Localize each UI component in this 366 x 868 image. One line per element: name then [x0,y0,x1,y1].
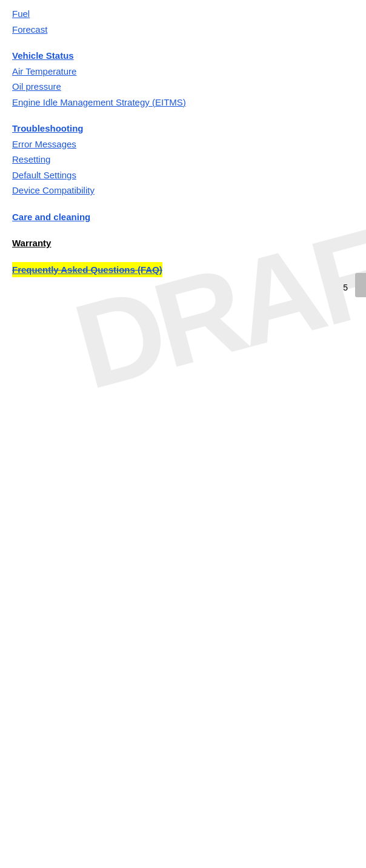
scroll-indicator[interactable] [355,273,366,297]
oil-pressure-link[interactable]: Oil pressure [12,79,348,95]
faq-link[interactable]: Frequently Asked Questions (FAQ) [12,262,162,278]
forecast-link[interactable]: Forecast [12,22,348,38]
fuel-link[interactable]: Fuel [12,6,348,22]
troubleshooting-heading-link[interactable]: Troubleshooting [12,121,348,136]
engine-idle-link[interactable]: Engine Idle Management Strategy (EITMS) [12,95,348,110]
error-messages-link[interactable]: Error Messages [12,136,348,152]
page-number: 5 [343,283,348,292]
air-temperature-link[interactable]: Air Temperature [12,64,348,79]
resetting-link[interactable]: Resetting [12,152,348,167]
default-settings-link[interactable]: Default Settings [12,167,348,183]
device-compatibility-link[interactable]: Device Compatibility [12,183,348,198]
care-cleaning-link[interactable]: Care and cleaning [12,209,348,225]
warranty-link[interactable]: Warranty [12,235,348,251]
vehicle-status-heading-link[interactable]: Vehicle Status [12,48,348,64]
